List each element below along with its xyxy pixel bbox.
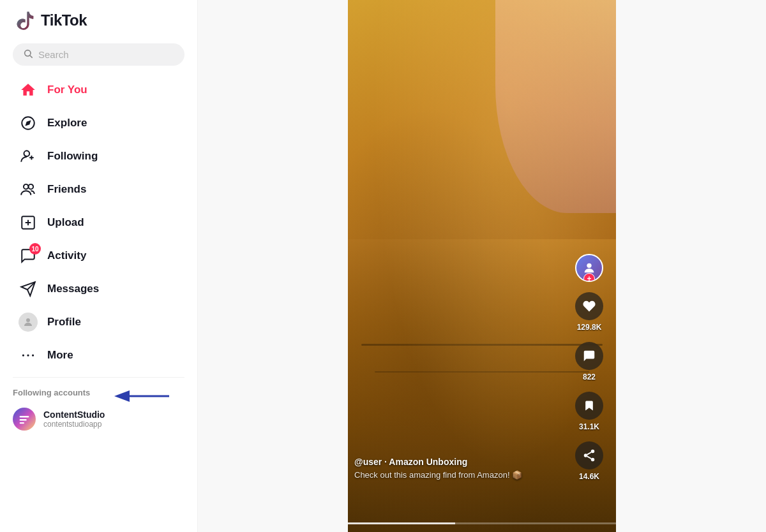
- svg-line-1: [30, 55, 33, 58]
- comment-button[interactable]: [575, 342, 603, 370]
- upload-label: Upload: [47, 216, 84, 229]
- video-feed: @user · Amazon Unboxing Check out this a…: [198, 0, 766, 532]
- sidebar-item-friends[interactable]: Friends: [5, 173, 192, 206]
- following-accounts-header: Following accounts: [0, 383, 197, 403]
- account-avatar-contentstudio: [13, 408, 36, 431]
- explore-label: Explore: [47, 117, 87, 129]
- share-count: 14.6K: [579, 472, 599, 481]
- svg-point-4: [24, 151, 30, 156]
- messages-icon: [18, 279, 38, 299]
- svg-rect-20: [20, 422, 24, 424]
- svg-point-14: [26, 318, 30, 322]
- video-description: Check out this amazing find from Amazon!…: [354, 469, 578, 481]
- account-name: ContentStudio: [43, 410, 105, 420]
- svg-point-16: [27, 354, 29, 356]
- svg-point-15: [22, 354, 24, 356]
- share-button[interactable]: [575, 441, 603, 469]
- creator-avatar-group[interactable]: +: [575, 254, 603, 282]
- svg-rect-19: [20, 419, 27, 420]
- follow-plus-badge: +: [583, 273, 595, 282]
- more-label: More: [47, 349, 73, 362]
- svg-point-17: [32, 354, 34, 356]
- sidebar-item-activity[interactable]: 10 Activity: [5, 239, 192, 272]
- svg-rect-18: [20, 416, 29, 417]
- account-info-contentstudio: ContentStudio contentstudioapp: [43, 410, 105, 429]
- sidebar-item-following[interactable]: Following: [5, 140, 192, 173]
- svg-point-23: [587, 263, 591, 268]
- video-progress-bar[interactable]: [348, 522, 616, 524]
- video-progress-fill: [348, 522, 455, 524]
- svg-marker-3: [25, 120, 31, 126]
- video-username: @user · Amazon Unboxing: [354, 457, 578, 467]
- sidebar-item-for-you[interactable]: For You: [5, 73, 192, 107]
- svg-point-26: [591, 458, 595, 462]
- svg-point-24: [591, 450, 595, 454]
- sidebar-item-profile[interactable]: Profile: [5, 306, 192, 339]
- action-bar: + 129.8K: [575, 254, 603, 481]
- like-count: 129.8K: [577, 323, 602, 332]
- comment-button-group[interactable]: 822: [575, 342, 603, 381]
- comment-count: 822: [583, 373, 596, 381]
- search-bar-wrapper: Search: [0, 38, 197, 73]
- svg-line-28: [587, 452, 591, 455]
- sidebar-item-messages[interactable]: Messages: [5, 272, 192, 306]
- tiktok-logo-icon: [13, 9, 36, 32]
- upload-icon: [18, 212, 38, 233]
- messages-label: Messages: [47, 283, 99, 295]
- sidebar-item-more[interactable]: More: [5, 339, 192, 372]
- sidebar-item-explore[interactable]: Explore: [5, 107, 192, 140]
- video-text-overlay: @user · Amazon Unboxing Check out this a…: [354, 457, 578, 481]
- svg-point-8: [29, 184, 34, 189]
- main-nav: For You Explore Following: [0, 73, 197, 372]
- bookmark-count: 31.1K: [579, 422, 599, 431]
- compass-icon: [18, 113, 38, 133]
- profile-icon: [18, 312, 38, 332]
- search-placeholder: Search: [38, 49, 69, 60]
- creator-avatar[interactable]: +: [575, 254, 603, 282]
- search-icon: [23, 48, 33, 61]
- account-handle: contentstudioapp: [43, 420, 105, 429]
- more-icon: [18, 345, 38, 366]
- friends-label: Friends: [47, 183, 86, 196]
- activity-label: Activity: [47, 249, 86, 262]
- share-button-group[interactable]: 14.6K: [575, 441, 603, 481]
- account-item-contentstudio[interactable]: ContentStudio contentstudioapp: [0, 403, 197, 436]
- like-button-group[interactable]: 129.8K: [575, 292, 603, 332]
- sidebar-divider: [13, 377, 184, 378]
- svg-point-7: [24, 184, 29, 189]
- bookmark-button[interactable]: [575, 392, 603, 420]
- profile-label: Profile: [47, 316, 81, 329]
- search-bar[interactable]: Search: [13, 43, 184, 66]
- main-content: @user · Amazon Unboxing Check out this a…: [198, 0, 766, 532]
- svg-line-27: [587, 456, 591, 459]
- logo-area[interactable]: TikTok: [0, 0, 197, 38]
- home-icon: [18, 80, 38, 100]
- friends-icon: [18, 179, 38, 200]
- following-label: Following: [47, 150, 98, 163]
- activity-badge: 10: [29, 243, 41, 255]
- video-player[interactable]: @user · Amazon Unboxing Check out this a…: [348, 0, 616, 532]
- following-icon: [18, 146, 38, 166]
- like-button[interactable]: [575, 292, 603, 320]
- sidebar: TikTok Search For You: [0, 0, 198, 532]
- svg-point-25: [584, 454, 588, 457]
- svg-point-0: [25, 50, 31, 56]
- for-you-label: For You: [47, 84, 87, 96]
- sidebar-item-upload[interactable]: Upload: [5, 206, 192, 239]
- bookmark-button-group[interactable]: 31.1K: [575, 392, 603, 431]
- app-title: TikTok: [41, 11, 87, 29]
- activity-icon: 10: [18, 246, 38, 266]
